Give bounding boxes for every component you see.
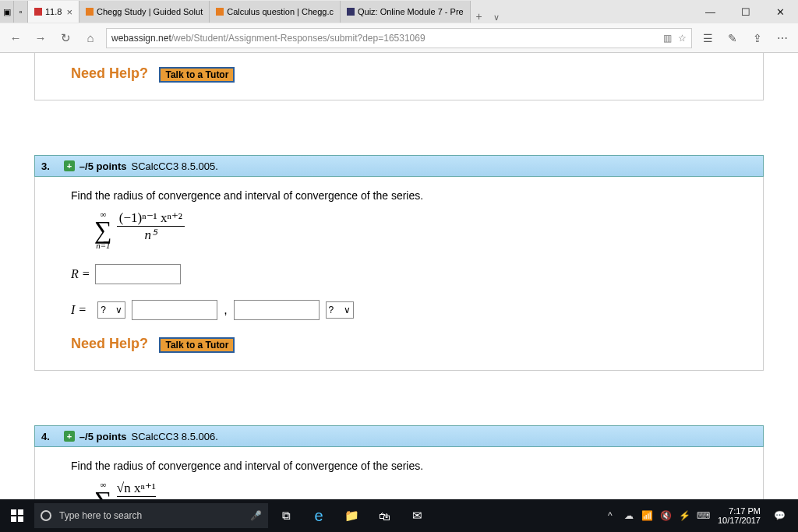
need-help-label: Need Help? <box>71 336 148 351</box>
mic-icon[interactable]: 🎤 <box>250 510 262 521</box>
favorite-icon[interactable]: ☆ <box>678 33 687 44</box>
browser-toolbar: ← → ↻ ⌂ webassign.net/web/Student/Assign… <box>0 23 798 53</box>
forward-button[interactable]: → <box>28 26 53 50</box>
tab-chegg-calc[interactable]: Calculus question | Chegg.c <box>210 1 341 23</box>
need-help-row: Need Help? Talk to a Tutor <box>71 336 740 353</box>
url-path: /web/Student/Assignment-Responses/submit… <box>171 33 425 44</box>
tab-quiz[interactable]: Quiz: Online Module 7 - Pre <box>341 1 471 23</box>
title-bar: ▣ ▫ 11.8 × Chegg Study | Guided Solut Ca… <box>0 0 798 23</box>
share-icon[interactable]: ⇪ <box>745 26 770 50</box>
close-tab-icon[interactable]: × <box>66 6 72 18</box>
R-label: R = <box>71 267 90 281</box>
favicon <box>86 8 94 16</box>
refresh-button[interactable]: ↻ <box>53 26 78 50</box>
denominator: n⁵ <box>117 227 185 243</box>
interval-left-input[interactable] <box>132 300 217 320</box>
tab-webassign[interactable]: 11.8 × <box>28 1 79 23</box>
action-center-icon[interactable]: 💬 <box>765 499 793 532</box>
new-tab-button[interactable]: + <box>471 10 488 23</box>
tab-group-icon[interactable]: ▣ <box>0 1 14 23</box>
windows-taskbar: Type here to search 🎤 ⧉ e 📁 🛍 ✉ ^ ☁ 📶 🔇 … <box>0 499 798 532</box>
svg-rect-3 <box>18 516 23 522</box>
source-ref: SCalcCC3 8.5.005. <box>132 160 218 172</box>
favicon <box>216 8 224 16</box>
hub-icon[interactable]: ☰ <box>695 26 720 50</box>
volume-icon[interactable]: 🔇 <box>657 510 676 521</box>
I-answer-row: I = ?∨ , ?∨ <box>71 300 740 320</box>
tab-chegg-study[interactable]: Chegg Study | Guided Solut <box>79 1 210 23</box>
R-input[interactable] <box>95 264 181 284</box>
edge-icon[interactable]: e <box>302 499 335 532</box>
question-4-header[interactable]: 4. + –/5 points SCalcCC3 8.5.006. <box>34 425 764 447</box>
taskbar-apps: ⧉ e 📁 🛍 ✉ <box>270 499 433 532</box>
left-bracket-select[interactable]: ?∨ <box>97 301 125 319</box>
series-formula: ∞ ∑ n=1 (−1)ⁿ⁻¹ xⁿ⁺² n⁵ <box>94 210 740 250</box>
tab-overflow-button[interactable]: ∨ <box>488 12 505 23</box>
source-ref: SCalcCC3 8.5.006. <box>132 431 218 442</box>
sigma-symbol: ∑ <box>94 489 112 499</box>
cortana-icon <box>41 510 51 521</box>
question-prompt: Find the radius of convergence and inter… <box>71 460 740 472</box>
points-label: –/5 points <box>79 431 127 442</box>
tab-group-icon-2[interactable]: ▫ <box>14 1 28 23</box>
need-help-label: Need Help? <box>71 65 148 81</box>
svg-rect-1 <box>18 509 23 515</box>
expand-icon[interactable]: + <box>64 160 75 171</box>
talk-to-tutor-button[interactable]: Talk to a Tutor <box>159 337 235 353</box>
tab-label: Calculus question | Chegg.c <box>227 7 334 16</box>
power-icon[interactable]: ⚡ <box>676 510 694 521</box>
right-bracket-select[interactable]: ?∨ <box>326 301 354 319</box>
term: √n xⁿ⁺¹ <box>117 480 156 497</box>
browser-tabs: ▣ ▫ 11.8 × Chegg Study | Guided Solut Ca… <box>0 0 505 23</box>
chevron-down-icon: ∨ <box>344 305 351 315</box>
series-formula: ∞ ∑ √n xⁿ⁺¹ <box>94 480 740 499</box>
system-tray: ^ ☁ 📶 🔇 ⚡ ⌨ 7:17 PM 10/17/2017 💬 <box>601 499 798 532</box>
svg-rect-0 <box>11 509 16 515</box>
question-number: 3. <box>41 160 50 172</box>
notes-icon[interactable]: ✎ <box>720 26 745 50</box>
svg-rect-2 <box>11 516 16 522</box>
interval-right-input[interactable] <box>234 300 320 320</box>
more-icon[interactable]: ⋯ <box>770 26 795 50</box>
home-button[interactable]: ⌂ <box>78 26 103 50</box>
keyboard-icon[interactable]: ⌨ <box>694 510 713 521</box>
favicon <box>34 8 42 16</box>
question-prompt: Find the radius of convergence and inter… <box>71 189 740 202</box>
toolbar-right: ☰ ✎ ⇪ ⋯ <box>695 26 795 50</box>
tab-label: Chegg Study | Guided Solut <box>97 7 203 16</box>
minimize-button[interactable]: — <box>693 0 728 23</box>
maximize-button[interactable]: ☐ <box>728 0 763 23</box>
comma: , <box>224 303 227 317</box>
question-3-body: Find the radius of convergence and inter… <box>34 177 764 371</box>
question-3-header[interactable]: 3. + –/5 points SCalcCC3 8.5.005. <box>34 155 764 177</box>
window-controls: — ☐ ✕ <box>693 0 798 23</box>
task-view-icon[interactable]: ⧉ <box>270 499 302 532</box>
mail-icon[interactable]: ✉ <box>401 499 433 532</box>
reading-view-icon[interactable]: ▥ <box>663 33 672 44</box>
numerator: (−1)ⁿ⁻¹ xⁿ⁺² <box>117 210 185 227</box>
tab-label: 11.8 <box>45 7 62 16</box>
start-button[interactable] <box>0 499 34 532</box>
R-answer-row: R = <box>71 264 740 284</box>
store-icon[interactable]: 🛍 <box>368 499 401 532</box>
chevron-down-icon: ∨ <box>115 305 122 315</box>
taskbar-search[interactable]: Type here to search 🎤 <box>34 503 268 528</box>
explorer-icon[interactable]: 📁 <box>335 499 368 532</box>
points-label: –/5 points <box>79 160 127 172</box>
taskbar-clock[interactable]: 7:17 PM 10/17/2017 <box>713 506 765 525</box>
close-button[interactable]: ✕ <box>763 0 798 23</box>
page-content: Need Help? Talk to a Tutor 3. + –/5 poin… <box>0 53 798 499</box>
question-4-body: Find the radius of convergence and inter… <box>34 447 764 499</box>
sigma-symbol: ∑ <box>94 219 112 241</box>
talk-to-tutor-button[interactable]: Talk to a Tutor <box>159 67 235 83</box>
tray-overflow-icon[interactable]: ^ <box>601 510 620 521</box>
sigma-lower: n=1 <box>96 241 110 250</box>
wifi-icon[interactable]: 📶 <box>638 510 657 521</box>
tab-label: Quiz: Online Module 7 - Pre <box>358 7 464 16</box>
back-button[interactable]: ← <box>3 26 28 50</box>
I-label: I = <box>71 303 87 317</box>
address-bar[interactable]: webassign.net/web/Student/Assignment-Res… <box>106 28 692 48</box>
onedrive-icon[interactable]: ☁ <box>620 510 638 521</box>
expand-icon[interactable]: + <box>64 431 75 442</box>
clock-date: 10/17/2017 <box>718 516 761 525</box>
